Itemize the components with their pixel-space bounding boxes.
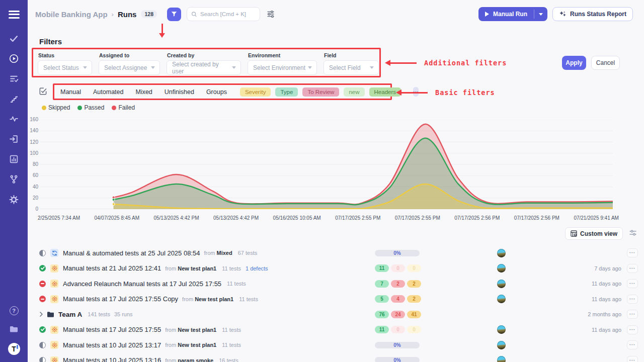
help-icon[interactable]: ?	[10, 306, 19, 315]
row-menu-button[interactable]: ···	[627, 356, 638, 362]
run-row[interactable]: Manual tests at 10 Jul 2025 13:17from Ne…	[28, 337, 644, 353]
defects-link[interactable]: 1 defects	[246, 265, 268, 272]
filter-tag-to-review[interactable]: To Review	[302, 87, 339, 97]
created-by-select[interactable]: Select created by user	[167, 60, 241, 75]
x-tick-label: 07/17/2025 2:55 PM	[395, 215, 440, 221]
run-name[interactable]: Manual tests at 21 Jul 2025 12:41	[63, 264, 161, 272]
run-row[interactable]: Manual tests at 10 Jul 2025 13:16from pa…	[28, 353, 644, 362]
run-source: from New test plan1	[165, 342, 216, 348]
status-failed-icon	[39, 281, 46, 287]
run-tests-count: 16 tests	[219, 357, 238, 362]
play-icon	[485, 12, 489, 17]
x-tick-label: 05/13/2025 4:42 PM	[213, 215, 259, 221]
avatar	[497, 325, 506, 334]
status-select[interactable]: Select Status	[38, 60, 92, 75]
environment-select[interactable]: Select Environment	[248, 60, 317, 75]
runs-play-icon[interactable]	[9, 54, 19, 63]
run-source: from New test plan1	[165, 265, 216, 272]
row-menu-button[interactable]: ···	[627, 295, 638, 304]
chevron-down-icon	[151, 66, 155, 69]
row-menu-button[interactable]: ···	[627, 279, 638, 288]
run-name[interactable]: Manual & automated tests at 25 Jul 2025 …	[63, 249, 200, 257]
field-select[interactable]: Select Field	[324, 60, 379, 75]
filter-funnel-button[interactable]	[167, 8, 181, 21]
run-name[interactable]: Manual tests at 17 Jul 2025 17:55	[63, 326, 161, 333]
runs-status-report-button[interactable]: Runs Status Report	[552, 7, 633, 21]
basic-filter-automated[interactable]: Automated	[93, 88, 123, 96]
avatar	[497, 280, 506, 288]
run-tests-count: 11 tests	[227, 281, 246, 287]
select-placeholder: Select created by user	[172, 61, 232, 75]
test-plans-icon[interactable]	[9, 74, 19, 83]
legend-item-skipped[interactable]: Skipped	[42, 104, 70, 111]
breadcrumb-project[interactable]: Mobile Banking App	[35, 10, 108, 19]
run-name[interactable]: Manual tests at 17 Jul 2025 17:55 Copy	[63, 295, 178, 303]
custom-view-button[interactable]: Custom view	[565, 227, 623, 240]
chevron-down-icon	[539, 13, 543, 16]
select-runs-icon[interactable]	[39, 87, 47, 98]
run-name[interactable]: Manual tests at 10 Jul 2025 13:17	[63, 341, 161, 349]
adjustments-sliders-icon[interactable]	[267, 10, 275, 18]
search-input[interactable]	[200, 11, 256, 17]
filter-tag-new[interactable]: new	[344, 87, 364, 97]
milestones-steps-icon[interactable]	[9, 94, 19, 104]
branch-pull-request-icon[interactable]	[9, 174, 19, 184]
manual-run-button[interactable]: Manual Run	[478, 7, 547, 21]
x-tick-label: 07/17/2025 2:56 PM	[454, 215, 500, 221]
import-icon[interactable]	[9, 134, 19, 144]
basic-filter-mixed[interactable]: Mixed	[135, 88, 152, 96]
filter-tag-type[interactable]: Type	[275, 87, 298, 97]
run-timestamp: 11 days ago	[592, 296, 621, 302]
y-tick-label: 140	[28, 128, 38, 133]
run-row[interactable]: Manual tests at 17 Jul 2025 17:55 Copyfr…	[28, 292, 644, 307]
projects-folder-icon[interactable]	[9, 324, 19, 334]
tests-check-icon[interactable]	[9, 34, 19, 43]
app-logo[interactable]: T	[8, 343, 20, 355]
basic-filter-unfinished[interactable]: Unfinished	[165, 88, 194, 96]
analytics-bar-chart-icon[interactable]	[9, 154, 19, 164]
row-menu-button[interactable]: ···	[627, 264, 638, 273]
status-in-progress-icon	[39, 250, 46, 256]
row-menu-button[interactable]: ···	[627, 340, 638, 349]
result-badges: 542	[375, 295, 421, 303]
run-source: from New test plan1	[165, 327, 216, 333]
manual-run-dropdown[interactable]	[534, 7, 547, 21]
group-row[interactable]: Team A141 tests35 runs7624412 months ago…	[28, 307, 644, 322]
view-settings-sliders-icon[interactable]	[629, 229, 637, 238]
run-name[interactable]: Advanced Relaunch Manual tests at 17 Jul…	[63, 280, 221, 288]
menu-icon[interactable]	[9, 9, 20, 20]
y-tick-label: 20	[28, 195, 38, 201]
basic-filter-tags: SeverityTypeTo ReviewnewHeaders	[240, 87, 401, 97]
run-timestamp: 11 days ago	[592, 281, 621, 287]
top-bar: Mobile Banking App › Runs 128 Manual Run	[28, 0, 644, 28]
row-menu-button[interactable]: ···	[627, 248, 638, 257]
run-row[interactable]: Advanced Relaunch Manual tests at 17 Jul…	[28, 276, 644, 292]
run-name[interactable]: Manual tests at 10 Jul 2025 13:16	[63, 356, 161, 362]
cancel-button[interactable]: Cancel	[591, 56, 620, 70]
assignee-select[interactable]: Select Assignee	[99, 60, 160, 75]
run-row[interactable]: Manual tests at 17 Jul 2025 17:55from Ne…	[28, 322, 644, 338]
group-name[interactable]: Team A	[58, 311, 82, 318]
run-row[interactable]: Manual & automated tests at 25 Jul 2025 …	[28, 245, 644, 261]
legend-label: Failed	[118, 104, 135, 111]
filter-tag-severity[interactable]: Severity	[240, 87, 271, 97]
row-menu-button[interactable]: ···	[627, 310, 638, 319]
pulse-activity-icon[interactable]	[9, 114, 19, 124]
basic-filter-manual[interactable]: Manual	[60, 88, 81, 96]
settings-gear-icon[interactable]	[9, 195, 19, 204]
run-row[interactable]: Manual tests at 21 Jul 2025 12:41from Ne…	[28, 261, 644, 277]
filter-label: Field	[324, 52, 379, 58]
badge-red: 4	[391, 295, 405, 303]
search-box[interactable]	[187, 7, 260, 21]
expand-chevron-icon[interactable]	[39, 312, 43, 317]
x-tick-label: 04/07/2025 8:45 AM	[94, 215, 139, 221]
legend-item-passed[interactable]: Passed	[77, 104, 104, 111]
sidebar: ? T	[0, 0, 28, 362]
row-menu-button[interactable]: ···	[627, 325, 638, 334]
apply-button[interactable]: Apply	[562, 56, 586, 70]
legend-item-failed[interactable]: Failed	[112, 104, 135, 111]
progress-bar: 0%	[375, 357, 420, 362]
chart-x-axis: 2/25/2025 7:34 AM04/07/2025 8:45 AM05/13…	[38, 215, 619, 221]
basic-filter-groups[interactable]: Groups	[206, 88, 227, 96]
view-bar: Custom view	[565, 227, 637, 240]
